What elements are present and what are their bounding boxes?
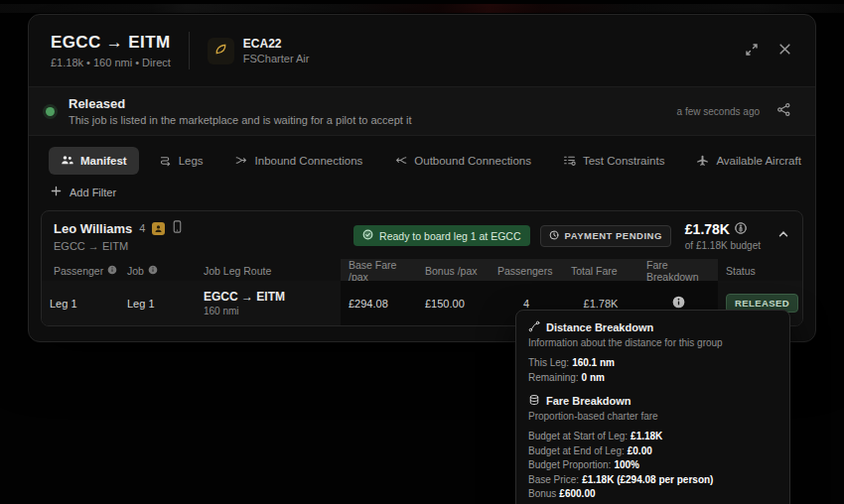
tab-label: Outbound Connections [414, 155, 531, 167]
expand-button[interactable] [743, 41, 761, 62]
ready-badge-label: Ready to board leg 1 at EGCC [379, 230, 520, 242]
people-icon [61, 154, 73, 169]
col-header-status: Status [718, 259, 802, 283]
group-badges: Ready to board leg 1 at EGCC PAYMENT PEN… [353, 220, 790, 251]
plus-icon [51, 186, 62, 198]
tab-manifest[interactable]: Manifest [49, 147, 139, 175]
route-title-block: EGCC → EITM £1.18k • 160 nmi • Direct [51, 33, 171, 68]
row-label: Budget at Start of Leg: [528, 431, 628, 441]
spacer [528, 385, 777, 394]
group-identity: Leo Williams 4 EGCC → [54, 219, 183, 252]
col-header-total-fare: Total Fare [563, 259, 638, 283]
tab-available-aircraft[interactable]: Available Aircraft [684, 147, 812, 175]
airline-logo [208, 38, 234, 64]
info-circle-icon[interactable] [107, 265, 117, 277]
job-status-bar: Released This job is listed in the marke… [29, 86, 815, 136]
group-header[interactable]: Leo Williams 4 EGCC → [42, 211, 802, 259]
share-button[interactable] [774, 100, 793, 122]
aircraft-icon [696, 154, 709, 169]
filter-row: Add Filter [29, 184, 815, 210]
airline-block: ECA22 FSCharter Air [208, 37, 310, 64]
coins-icon [528, 394, 540, 408]
col-header-passenger: Passenger [42, 259, 119, 283]
row-value: £600.00 [559, 488, 595, 499]
merge-in-icon [235, 154, 248, 169]
col-header-base-fare: Base Fare /pax [341, 259, 417, 283]
device-icon [172, 219, 183, 237]
status-right: a few seconds ago [677, 100, 793, 122]
price-row: £1.78K [685, 220, 761, 238]
row-label: Remaining: [528, 372, 579, 383]
cell-base-fare: £294.08 [341, 281, 417, 325]
row-label: This Leg: [528, 357, 569, 368]
airline-text: ECA22 FSCharter Air [243, 37, 310, 64]
tab-label: Test Constraints [583, 155, 664, 167]
row-label: Bonus [528, 488, 556, 499]
col-header-passengers: Passengers [490, 259, 563, 283]
route-icon [159, 154, 172, 169]
info-filled-icon[interactable] [672, 296, 685, 311]
col-label: Job [127, 265, 144, 277]
col-header-bonus: Bonus /pax [417, 259, 490, 283]
background-content-glow [0, 4, 844, 13]
tooltip-row: Budget Proportion:100% [528, 458, 777, 473]
leg-route: EGCC → EITM [204, 290, 285, 304]
check-circle-icon [362, 229, 373, 242]
tab-test-constraints[interactable]: Test Constraints [551, 147, 676, 175]
ready-badge: Ready to board leg 1 at EGCC [353, 225, 529, 246]
passenger-name: Leo Williams [54, 221, 132, 236]
tab-outbound-connections[interactable]: Outbound Connections [382, 147, 543, 175]
app-backdrop: EGCC → EITM £1.18k • 160 nmi • Direct EC… [0, 0, 844, 504]
close-icon [778, 43, 791, 59]
tab-label: Legs [179, 155, 204, 167]
job-details-modal: EGCC → EITM £1.18k • 160 nmi • Direct EC… [28, 14, 816, 342]
col-header-job: Job [119, 259, 196, 283]
col-header-fare-breakdown: Fare Breakdown [638, 259, 718, 283]
status-timestamp: a few seconds ago [677, 106, 760, 117]
row-value: £1.18K (£294.08 per person) [582, 474, 713, 485]
budget-note: of £1.18K budget [685, 240, 761, 251]
distance-breakdown-header: Distance Breakdown [528, 320, 777, 334]
col-header-job-leg-route: Job Leg Route [196, 259, 341, 283]
checklist-icon [563, 154, 576, 169]
passenger-badge-icon [152, 222, 165, 235]
tab-label: Available Aircraft [716, 155, 800, 167]
group-name-row: Leo Williams 4 [54, 219, 183, 237]
close-button[interactable] [776, 41, 793, 61]
row-value: 100% [614, 459, 639, 470]
row-label: Base Price: [528, 474, 579, 485]
tab-legs[interactable]: Legs [147, 147, 215, 175]
info-circle-icon[interactable] [735, 220, 747, 238]
clock-icon [549, 230, 559, 242]
modal-header: EGCC → EITM £1.18k • 160 nmi • Direct EC… [29, 15, 815, 86]
cell-bonus: £150.00 [417, 281, 490, 325]
airline-code: ECA22 [243, 37, 310, 51]
row-value: £1.18K [631, 431, 662, 441]
add-filter-label: Add Filter [70, 187, 116, 198]
distance-breakdown-description: Information about the distance for this … [528, 337, 777, 348]
row-label: Budget Proportion: [528, 459, 611, 470]
leg-distance: 160 nmi [204, 306, 239, 316]
tab-inbound-connections[interactable]: Inbound Connections [223, 147, 375, 175]
header-actions [743, 41, 793, 62]
group-total-price: £1.78K [685, 221, 730, 237]
leaf-logo-icon [213, 42, 228, 61]
airline-name: FSCharter Air [243, 53, 310, 64]
distance-route-icon [528, 320, 540, 334]
status-description: This job is listed in the marketplace an… [69, 114, 411, 126]
fare-breakdown-description: Proportion-based charter fare [528, 411, 777, 422]
page-title: EGCC → EITM [51, 33, 171, 53]
group-price-block: £1.78K of £1.18K budget [685, 220, 761, 251]
chevron-up-icon [776, 227, 790, 244]
tooltip-row: Bonus£600.00 [528, 487, 777, 502]
status-dot-icon [46, 107, 55, 116]
row-value: 0 nm [582, 372, 605, 383]
info-circle-icon[interactable] [148, 265, 158, 277]
row-value: 160.1 nm [572, 357, 615, 368]
fare-breakdown-header: Fare Breakdown [528, 394, 777, 408]
collapse-group-button[interactable] [776, 227, 790, 244]
passenger-count: 4 [139, 222, 145, 234]
share-icon [776, 102, 791, 120]
payment-badge-label: PAYMENT PENDING [565, 230, 662, 241]
add-filter-button[interactable]: Add Filter [51, 186, 116, 198]
